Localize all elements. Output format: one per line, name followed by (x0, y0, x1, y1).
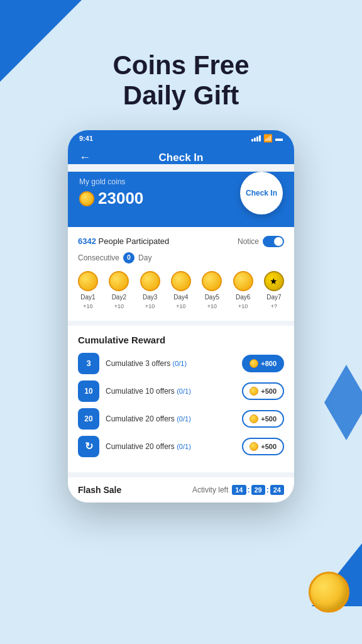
coins-label: My gold coins (79, 177, 143, 186)
participants-text: 6342 People Participated (78, 236, 169, 246)
reward-row-3: 20Cumulative 20 offers (0/1)+500 (78, 408, 284, 430)
day-item-1: Day1+10 (78, 271, 98, 309)
reward-row-2: 10Cumulative 10 offers (0/1)+500 (78, 380, 284, 402)
coin-icon (79, 191, 94, 206)
app-header: ← Check In (68, 147, 294, 164)
phone-mockup: 9:41 📶 ▬ ← Check In My gold co (68, 130, 294, 502)
btn-coin-icon-4 (250, 442, 258, 451)
days-grid: Day1+10Day2+10Day3+10Day4+10Day5+10Day6+… (78, 271, 284, 309)
reward-desc-2: Cumulative 10 offers (0/1) (106, 387, 236, 396)
reward-badge-2: 10 (78, 380, 99, 402)
countdown-sep-2: : (266, 486, 269, 494)
day-points-2: +10 (114, 303, 124, 309)
reward-progress-1: (0/1) (173, 360, 187, 367)
day-coin-4 (171, 271, 191, 291)
day-label-6: Day6 (236, 294, 250, 301)
participants-row: 6342 People Participated Notice (78, 236, 284, 247)
consecutive-label: Consecutive (78, 253, 119, 262)
status-bar: 9:41 📶 ▬ (68, 130, 294, 147)
participants-count: 6342 (78, 236, 96, 246)
reward-progress-2: (0/1) (177, 387, 191, 395)
reward-progress-3: (0/1) (177, 415, 191, 423)
day-coin-2 (109, 271, 129, 291)
reward-claim-btn-2[interactable]: +500 (242, 382, 284, 400)
day-coin-1 (78, 271, 98, 291)
reward-progress-4: (0/1) (177, 443, 191, 450)
countdown-num-3: 24 (270, 485, 284, 495)
status-icons: 📶 ▬ (251, 134, 283, 143)
header-nav: ← Check In (79, 152, 283, 164)
phone-wrapper: 9:41 📶 ▬ ← Check In My gold co (0, 130, 362, 502)
day-points-1: +10 (83, 303, 92, 309)
day-label-4: Day4 (173, 294, 188, 301)
bg-decoration-coin (309, 572, 349, 613)
countdown: 14:29:24 (232, 485, 284, 495)
header-title: Check In (159, 152, 204, 164)
reward-row-4: ↻Cumulative 20 offers (0/1)+500 (78, 436, 284, 457)
reward-row-1: 3Cumulative 3 offers (0/1)+800 (78, 353, 284, 374)
cumulative-reward-title: Cumulative Reward (78, 335, 284, 345)
back-button[interactable]: ← (79, 151, 90, 164)
day-item-7: ★Day7+? (264, 271, 284, 309)
day-item-6: Day6+10 (233, 271, 253, 309)
coins-section: My gold coins 23000 Check In (68, 172, 294, 227)
reward-claim-btn-4[interactable]: +500 (242, 438, 284, 455)
day-points-7: +? (271, 303, 277, 309)
day-coin-7: ★ (264, 271, 284, 291)
coins-number: 23000 (98, 189, 143, 208)
page-title: Coins Free Daily Gift (0, 50, 362, 111)
participants-suffix: People Participated (96, 236, 169, 246)
reward-badge-3: 20 (78, 408, 99, 430)
coins-info: My gold coins 23000 (79, 177, 143, 208)
wifi-icon: 📶 (263, 134, 273, 143)
check-in-button[interactable]: Check In (240, 172, 283, 214)
day-label-1: Day1 (80, 294, 95, 301)
flash-sale-label: Flash Sale (78, 485, 121, 495)
countdown-sep-1: : (248, 486, 250, 494)
day-label-7: Day7 (266, 294, 281, 301)
cumulative-reward-card: Cumulative Reward 3Cumulative 3 offers (… (68, 326, 294, 472)
day-item-3: Day3+10 (140, 271, 160, 309)
btn-coin-icon-2 (250, 387, 258, 396)
day-label-5: Day5 (205, 294, 219, 301)
day-item-4: Day4+10 (171, 271, 191, 309)
reward-badge-4: ↻ (78, 436, 99, 457)
reward-desc-1: Cumulative 3 offers (0/1) (106, 359, 236, 368)
consecutive-row: Consecutive 0 Day (78, 252, 284, 264)
participation-card: 6342 People Participated Notice Consecut… (68, 227, 294, 321)
coins-amount: 23000 (79, 189, 143, 208)
day-points-5: +10 (207, 303, 217, 309)
btn-coin-icon-1 (250, 359, 258, 368)
reward-badge-1: 3 (78, 353, 99, 374)
day-item-5: Day5+10 (202, 271, 222, 309)
day-label: Day (138, 253, 151, 262)
day-points-4: +10 (176, 303, 185, 309)
day-item-2: Day2+10 (109, 271, 129, 309)
countdown-num-2: 29 (251, 485, 265, 495)
consecutive-day: 0 (123, 252, 134, 264)
reward-desc-4: Cumulative 20 offers (0/1) (106, 442, 236, 451)
activity-left-label: Activity left (192, 486, 228, 494)
reward-desc-3: Cumulative 20 offers (0/1) (106, 414, 236, 423)
countdown-num-1: 14 (232, 485, 246, 495)
activity-left: Activity left 14:29:24 (192, 485, 284, 495)
day-points-3: +10 (145, 303, 155, 309)
notice-label: Notice (238, 237, 259, 246)
btn-coin-icon-3 (250, 414, 258, 423)
day-label-2: Day2 (112, 294, 126, 301)
day-coin-3 (140, 271, 160, 291)
signal-icon (251, 135, 261, 142)
reward-claim-btn-3[interactable]: +500 (242, 410, 284, 428)
day-points-6: +10 (238, 303, 248, 309)
reward-claim-btn-1[interactable]: +800 (242, 355, 284, 372)
notice-area: Notice (238, 236, 284, 247)
day-coin-6 (233, 271, 253, 291)
notice-toggle[interactable] (263, 236, 284, 247)
reward-rows: 3Cumulative 3 offers (0/1)+80010Cumulati… (78, 353, 284, 457)
status-time: 9:41 (79, 135, 93, 142)
day-coin-5 (202, 271, 222, 291)
battery-icon: ▬ (275, 134, 283, 143)
day-label-3: Day3 (143, 294, 157, 301)
flash-sale-bar: Flash Sale Activity left 14:29:24 (68, 477, 294, 502)
